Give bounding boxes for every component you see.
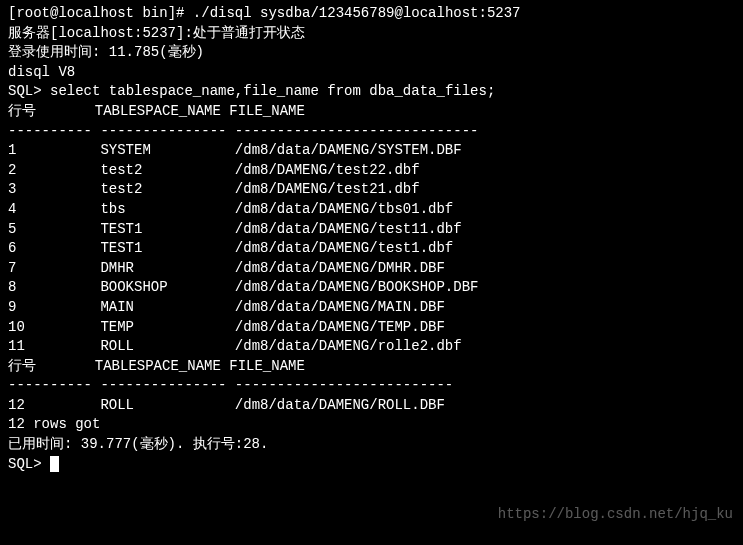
version: disql V8 (8, 63, 735, 83)
table-row: 6 TEST1 /dm8/data/DAMENG/test1.dbf (8, 239, 735, 259)
sql-prompt: SQL> (8, 83, 50, 99)
table-divider: ---------- --------------- -------------… (8, 376, 735, 396)
table-row: 9 MAIN /dm8/data/DAMENG/MAIN.DBF (8, 298, 735, 318)
table-header: 行号 TABLESPACE_NAME FILE_NAME (8, 102, 735, 122)
table-row: 5 TEST1 /dm8/data/DAMENG/test11.dbf (8, 220, 735, 240)
table-divider: ---------- --------------- -------------… (8, 122, 735, 142)
rows-got: 12 rows got (8, 415, 735, 435)
table-row: 3 test2 /dm8/DAMENG/test21.dbf (8, 180, 735, 200)
table-row: 2 test2 /dm8/DAMENG/test22.dbf (8, 161, 735, 181)
elapsed-time: 已用时间: 39.777(毫秒). 执行号:28. (8, 435, 735, 455)
watermark: https://blog.csdn.net/hjq_ku (498, 505, 733, 525)
cursor-icon (50, 456, 59, 472)
table-row: 11 ROLL /dm8/data/DAMENG/rolle2.dbf (8, 337, 735, 357)
table-row: 10 TEMP /dm8/data/DAMENG/TEMP.DBF (8, 318, 735, 338)
next-sql-line[interactable]: SQL> (8, 455, 735, 475)
sql-line: SQL> select tablespace_name,file_name fr… (8, 82, 735, 102)
table-row: 4 tbs /dm8/data/DAMENG/tbs01.dbf (8, 200, 735, 220)
server-status: 服务器[localhost:5237]:处于普通打开状态 (8, 24, 735, 44)
sql-prompt: SQL> (8, 456, 50, 472)
table-row: 7 DMHR /dm8/data/DAMENG/DMHR.DBF (8, 259, 735, 279)
sql-command: select tablespace_name,file_name from db… (50, 83, 495, 99)
shell-prompt: [root@localhost bin]# (8, 5, 193, 21)
table-row: 12 ROLL /dm8/data/DAMENG/ROLL.DBF (8, 396, 735, 416)
login-time: 登录使用时间: 11.785(毫秒) (8, 43, 735, 63)
table-row: 1 SYSTEM /dm8/data/DAMENG/SYSTEM.DBF (8, 141, 735, 161)
shell-line: [root@localhost bin]# ./disql sysdba/123… (8, 4, 735, 24)
table-row: 8 BOOKSHOP /dm8/data/DAMENG/BOOKSHOP.DBF (8, 278, 735, 298)
shell-command: ./disql sysdba/123456789@localhost:5237 (193, 5, 521, 21)
table-header: 行号 TABLESPACE_NAME FILE_NAME (8, 357, 735, 377)
